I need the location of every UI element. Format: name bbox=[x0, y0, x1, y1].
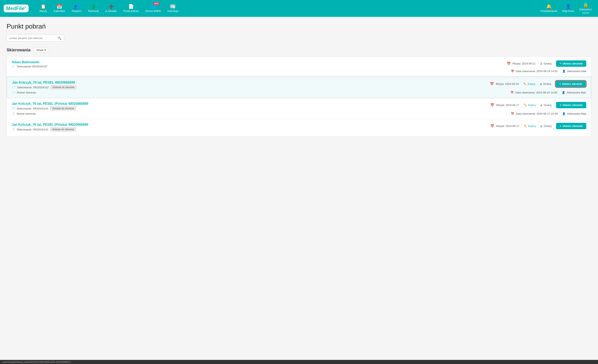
create-order-button-4[interactable]: + Utwórz zlecenie bbox=[556, 123, 586, 129]
order-label-3: Utwórz zlecenie bbox=[562, 104, 582, 107]
card-bottom-right-3: 📅 Data utworzenia: 2024-06-17 15:48 👤 Al… bbox=[511, 112, 586, 115]
filter-button[interactable]: Nowe ▾ bbox=[33, 47, 49, 53]
cards-container: Adam Malinowski 📄 Skierowanie SR/2024/15… bbox=[7, 57, 591, 137]
instrukcje-icon: 📰 bbox=[170, 4, 176, 9]
visit-label-2: Wizyta: 2024-06-20 bbox=[496, 82, 519, 85]
plus-icon-4: + bbox=[560, 124, 561, 128]
create-order-button-3[interactable]: + Utwórz zlecenie bbox=[556, 102, 586, 108]
created-meta-3: 📅 Data utworzenia: 2024-06-17 15:48 bbox=[511, 112, 558, 115]
section-title: Skierowania bbox=[7, 48, 31, 52]
create-order-button-2[interactable]: + Utwórz zlecenie bbox=[556, 81, 586, 87]
plus-icon-2: + bbox=[559, 82, 561, 85]
author-meta-3: 👤 Aleksandra Mak bbox=[562, 112, 586, 115]
created-label-3: Data utworzenia: 2024-06-17 15:48 bbox=[516, 112, 558, 115]
patient-name-2[interactable]: Jan Kolczyk, 76 lat, PESEL 48020866899 bbox=[12, 81, 490, 84]
status-bar: order/create/referral_uuid/c937b97b-f19e… bbox=[0, 360, 598, 364]
nav-e-zdrowie[interactable]: ➕ e-Zdrowie bbox=[102, 3, 120, 14]
rachunki-icon: 💲 bbox=[91, 4, 96, 9]
patient-name-4[interactable]: Jan Kolczyk, 76 lat, PESEL (Polska) 4802… bbox=[12, 123, 490, 127]
created-meta-1: 📅 Data utworzenia: 2024-06-24 14:52 bbox=[511, 70, 558, 73]
search-icon: 🔍 bbox=[57, 36, 61, 40]
print-button-1[interactable]: 🖨 Drukuj bbox=[540, 62, 552, 65]
calendar-icon-1: 📅 bbox=[507, 62, 511, 65]
wizyty-icon: 📋 bbox=[41, 4, 46, 9]
zabezpiecz-time: 119:54 bbox=[582, 12, 589, 14]
created-calendar-icon-1: 📅 bbox=[511, 70, 514, 73]
card-ref-4: 📄 Skierowanie: SR/2024/141 Gotowe do zle… bbox=[12, 127, 490, 131]
search-bar[interactable]: 🔍 bbox=[7, 35, 64, 41]
zabezpiecz-label: Zabezpiecz bbox=[579, 8, 592, 11]
order-label-4: Utwórz zlecenie bbox=[562, 124, 582, 128]
main-content: Punkt pobrań 🔍 Skierowania Nowe ▾ Adam M… bbox=[0, 17, 598, 142]
status-badge-3: Gotowe do zlecenia bbox=[50, 106, 76, 111]
visit-meta-1: 📅 Wizyta: 2024-06-21 bbox=[507, 62, 536, 65]
logo-med: Med bbox=[6, 6, 16, 11]
card-bottom-1: 📅 Data utworzenia: 2024-06-24 14:52 👤 Al… bbox=[12, 70, 586, 73]
search-input[interactable] bbox=[9, 37, 57, 40]
edit-icon-3: ✏️ bbox=[524, 104, 527, 107]
zabezpiecz-icon: 🔒 bbox=[583, 3, 588, 7]
nav-right: 🔔 Powiadomienia 👤 Moje konto 🔒 Zabezpiec… bbox=[538, 1, 594, 16]
page-title: Punkt pobrań bbox=[7, 23, 591, 30]
print-label-3: Drukuj bbox=[544, 104, 552, 107]
edit-button-4[interactable]: ✏️ Edytuj bbox=[524, 124, 535, 128]
pacjenci-icon: 👥 bbox=[74, 4, 79, 9]
nav-pacjenci[interactable]: 👥 Pacjenci bbox=[68, 3, 85, 14]
nav-wizyty[interactable]: 📋 Wizyty bbox=[36, 3, 50, 14]
ref-text-2: Skierowanie: SR/2024/152 bbox=[17, 86, 49, 89]
created-calendar-icon-3: 📅 bbox=[511, 112, 514, 115]
e-zdrowie-label: e-Zdrowie bbox=[105, 10, 117, 13]
print-label-1: Drukuj bbox=[544, 62, 552, 65]
logo[interactable]: MedFile® bbox=[4, 5, 30, 12]
logo-file: File bbox=[16, 6, 25, 11]
nav-kalendarz[interactable]: 📅 Kalendarz bbox=[50, 3, 68, 14]
edit-button-3[interactable]: ✏️ Edytuj bbox=[524, 104, 535, 107]
nav-punkt-pobran[interactable]: 📄 Punkt pobrań bbox=[120, 3, 142, 14]
card-bottom-right-2: 📅 Data utworzenia: 2024-06-24 14:45 👤 Al… bbox=[510, 91, 586, 94]
logo-reg: ® bbox=[25, 6, 26, 9]
patient-name-1[interactable]: Adam Malinowski bbox=[12, 60, 507, 64]
print-button-4[interactable]: 🖨 Drukuj bbox=[540, 124, 552, 128]
order-label-2: Utwórz zlecenie bbox=[562, 82, 582, 85]
visit-meta-4: 📅 Wizyta: 2024-06-17 bbox=[490, 124, 519, 128]
numer-zlecenia-3: Numer zlecenia: bbox=[17, 112, 36, 115]
ref-text-1: Skierowanie SR/2024/157 bbox=[17, 65, 48, 68]
print-button-3[interactable]: 🖨 Drukuj bbox=[540, 104, 552, 107]
print-button-2[interactable]: 🖨 Drukuj bbox=[540, 82, 551, 85]
printer-icon-2: 🖨 bbox=[540, 82, 542, 85]
pacjenci-label: Pacjenci bbox=[72, 10, 82, 13]
card-ref-1: 📄 Skierowanie SR/2024/157 bbox=[12, 65, 507, 68]
author-meta-1: 👤 Aleksandra Mak bbox=[562, 70, 586, 73]
nav-strona-www[interactable]: 🌐 NEW Strona WWW bbox=[142, 3, 164, 14]
nav-zabezpiecz[interactable]: 🔒 Zabezpiecz 119:54 bbox=[577, 1, 594, 16]
nav-rachunki[interactable]: 💲 Rachunki bbox=[85, 3, 102, 14]
card-1: Adam Malinowski 📄 Skierowanie SR/2024/15… bbox=[7, 57, 591, 77]
ref-file-icon-4: 📄 bbox=[12, 128, 15, 131]
edit-label-3: Edytuj bbox=[528, 104, 535, 107]
card-3: Jan Kolczyk, 76 lat, PESEL (Polska) 4802… bbox=[7, 98, 591, 119]
section-header: Skierowania Nowe ▾ bbox=[7, 47, 591, 53]
card-left-1: Adam Malinowski 📄 Skierowanie SR/2024/15… bbox=[12, 60, 507, 68]
status-url: order/create/referral_uuid/c937b97b-f19e… bbox=[2, 361, 71, 363]
edit-button-2[interactable]: ✏️ Edytuj bbox=[523, 82, 535, 85]
card-4: Jan Kolczyk, 76 lat, PESEL (Polska) 4802… bbox=[7, 119, 591, 136]
card-top-3: Jan Kolczyk, 76 lat, PESEL (Polska) 4802… bbox=[12, 102, 586, 111]
visit-label-3: Wizyta: 2024-06-17 bbox=[496, 104, 519, 107]
status-badge-2: Gotowe do zlecenia bbox=[50, 85, 76, 89]
card-right-4: 📅 Wizyta: 2024-06-17 ✏️ Edytuj 🖨 Drukuj … bbox=[490, 123, 586, 129]
create-order-button-1[interactable]: + Utwórz zlecenie bbox=[556, 60, 586, 67]
filter-label: Nowe bbox=[37, 49, 43, 52]
nav-moje-konto[interactable]: 👤 Moje konto bbox=[560, 3, 577, 14]
punkt-pobran-icon: 📄 bbox=[128, 4, 134, 9]
author-icon-1: 👤 bbox=[562, 70, 565, 73]
status-badge-4: Gotowe do zlecenia bbox=[50, 127, 76, 131]
powiadomienia-label: Powiadomienia bbox=[541, 10, 557, 13]
author-3: Aleksandra Mak bbox=[567, 112, 586, 115]
card-left-4: Jan Kolczyk, 76 lat, PESEL (Polska) 4802… bbox=[12, 123, 490, 131]
nav-powiadomienia[interactable]: 🔔 Powiadomienia bbox=[538, 3, 560, 14]
calendar-icon-2: 📅 bbox=[490, 82, 494, 86]
nav-instrukcje[interactable]: 📰 Instrukcje bbox=[164, 3, 182, 14]
visit-label-1: Wizyta: 2024-06-21 bbox=[513, 62, 536, 65]
patient-name-3[interactable]: Jan Kolczyk, 76 lat, PESEL (Polska) 4802… bbox=[12, 102, 490, 105]
e-zdrowie-icon: ➕ bbox=[108, 4, 114, 9]
